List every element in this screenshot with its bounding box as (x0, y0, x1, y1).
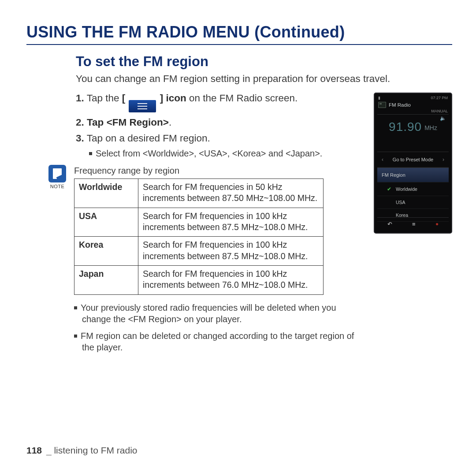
back-icon[interactable]: ↶ (387, 221, 392, 227)
table-row: USA Search for FM frequencies in 100 kHz… (74, 208, 324, 237)
region-cell: Worldwide (74, 179, 138, 208)
step-1: 1. Tap the [ ] icon on the FM Radio scre… (76, 93, 365, 112)
step-1-post: on the FM Radio screen. (186, 93, 298, 104)
device-preset-row[interactable]: ‹ Go to Preset Mode › (377, 152, 449, 167)
step-3-text: Tap on a desired FM region. (87, 133, 210, 144)
bracket-open: [ (122, 93, 128, 104)
step-2-pre: Tap (87, 117, 107, 128)
substep: Select from <Worldwide>, <USA>, <Korea> … (89, 149, 365, 159)
device-mode-label: MANUAL (377, 109, 449, 114)
device-option-worldwide[interactable]: ✔ Worldwide (377, 182, 449, 196)
region-cell: Korea (74, 237, 138, 266)
device-mhz: MHz (424, 124, 437, 131)
note-title: Frequency range by region (74, 166, 365, 176)
desc-cell: Search for FM frequencies in 100 kHz inc… (138, 266, 324, 295)
heading-rule (26, 44, 452, 45)
record-icon[interactable]: ● (435, 221, 439, 227)
region-cell: Japan (74, 266, 138, 295)
step-1-iconword: icon (163, 93, 186, 104)
menu-icon (128, 95, 157, 112)
step-num: 2. (76, 117, 84, 128)
menu-icon[interactable]: ≡ (412, 221, 416, 227)
step-2-bold: <FM Region> (107, 117, 169, 128)
bullet-square-icon (74, 306, 77, 309)
device-option-label: Worldwide (396, 186, 417, 192)
device-battery-icon: ▮ (378, 96, 380, 100)
step-num: 3. (76, 133, 84, 144)
step-3: 3. Tap on a desired FM region. (76, 133, 365, 144)
frequency-table: Worldwide Search for FM frequencies in 5… (74, 178, 324, 295)
section-subheading: To set the FM region (76, 54, 452, 70)
desc-cell: Search for FM frequencies in 50 kHz incr… (138, 179, 324, 208)
chevron-left-icon: ‹ (382, 156, 383, 163)
region-cell: USA (74, 208, 138, 237)
radio-app-icon (378, 102, 386, 108)
device-clock: 07:27 PM (431, 96, 448, 100)
intro-text: You can change an FM region setting in p… (76, 73, 452, 85)
desc-cell: Search for FM frequencies in 100 kHz inc… (138, 208, 324, 237)
check-icon: ✔ (387, 186, 392, 192)
table-row: Korea Search for FM frequencies in 100 k… (74, 237, 324, 266)
device-preset-label: Go to Preset Mode (393, 157, 433, 162)
step-1-pre: Tap the (87, 93, 122, 104)
device-option-usa[interactable]: USA (377, 196, 449, 209)
device-frequency: 91.90 (389, 120, 422, 134)
desc-cell: Search for FM frequencies in 100 kHz inc… (138, 237, 324, 266)
substep-text: Select from <Worldwide>, <USA>, <Korea> … (96, 149, 322, 158)
device-app-title: FM Radio (389, 102, 411, 108)
step-num: 1. (76, 93, 84, 104)
step-2-post: . (169, 117, 171, 128)
note-bullet: Your previously stored radio frequencies… (74, 302, 365, 325)
chapter-title-text: listening to FM radio (54, 445, 137, 455)
note-bullet: FM region can be deleted or changed acco… (74, 330, 365, 353)
page-footer: 118 _ listening to FM radio (26, 445, 138, 456)
device-screenshot: ▮ 07:27 PM FM Radio MANUAL 🔈 91.90 MHz ‹… (374, 93, 452, 234)
note-badge: NOTE (47, 165, 68, 189)
speaker-icon: 🔈 (440, 115, 446, 121)
note-icon (48, 165, 66, 182)
page-heading: USING THE FM RADIO MENU (Continued) (26, 23, 452, 41)
step-2: 2. Tap <FM Region>. (76, 117, 365, 128)
table-row: Worldwide Search for FM frequencies in 5… (74, 179, 324, 208)
device-region-label: FM Region (382, 172, 405, 178)
bullet-square-icon (89, 152, 92, 155)
device-fm-region-row[interactable]: FM Region (377, 167, 449, 182)
page-number: 118 (26, 445, 42, 455)
device-option-label: USA (396, 200, 405, 205)
table-row: Japan Search for FM frequencies in 100 k… (74, 266, 324, 295)
chevron-right-icon: › (443, 156, 444, 163)
note-label: NOTE (47, 184, 68, 189)
bracket-close: ] (157, 93, 163, 104)
footer-separator: _ (46, 445, 52, 455)
bullet-square-icon (74, 335, 77, 338)
